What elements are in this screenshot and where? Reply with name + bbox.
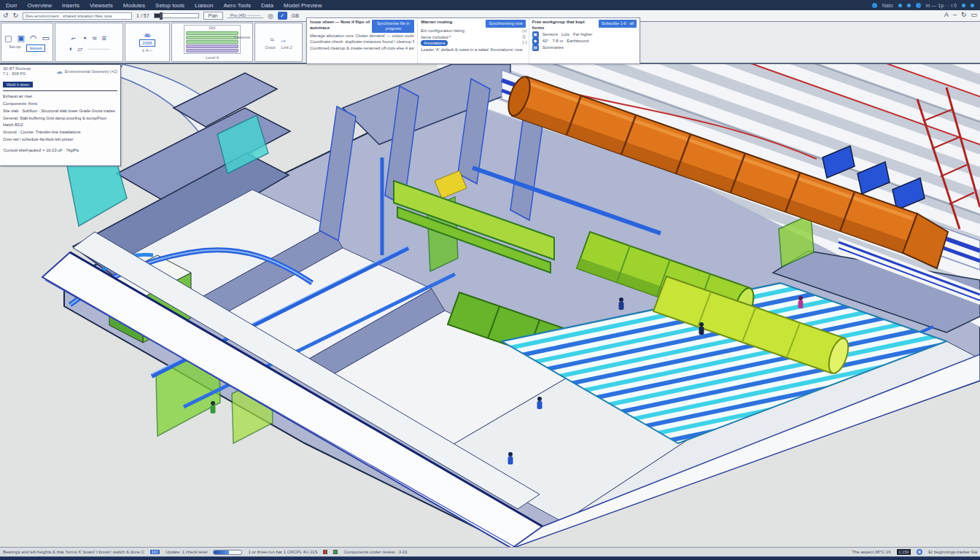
notes-tab[interactable]: Weld it down (3, 82, 33, 88)
chart-icon[interactable]: ≈ (92, 34, 96, 42)
status-end-text: Er beginnings-tracker Ga (928, 550, 977, 554)
schedule-side-label: Features (234, 35, 250, 39)
menu-aero-tools[interactable]: Aero Tools (223, 2, 251, 9)
dialog2-row[interactable]: Items included * (421, 34, 525, 41)
menu-inserts[interactable]: Inserts (62, 2, 79, 9)
clip-icon[interactable]: ◠ (30, 34, 37, 43)
cloud-status-icon[interactable] (916, 3, 921, 8)
orbit-icon[interactable]: ↻ (961, 11, 967, 18)
status-tail-text: Components under review · 3-01 (343, 550, 407, 554)
zoom-slider[interactable] (154, 13, 199, 18)
dialog3-subscribe-button[interactable]: Subscribe 1-6 · all (599, 20, 637, 28)
dialog1-row[interactable]: Coordinate check: duplicate instances fo… (310, 39, 414, 45)
record-status-icon[interactable] (323, 550, 327, 554)
share-icon[interactable] (907, 4, 911, 7)
menu-file[interactable]: Durr (6, 2, 18, 9)
sync-app-icon[interactable]: ✓ (278, 12, 287, 20)
pen-icon[interactable]: – (953, 11, 957, 18)
corner-icon[interactable]: ⌐ (71, 34, 76, 42)
ok-status-icon[interactable] (333, 550, 338, 554)
dialog3-item[interactable]: ▣ Sensors Lots Far higher (532, 31, 637, 38)
ribbon-panel-collab: ≈ → Crocs Link 2 (254, 23, 303, 62)
screen-icon[interactable]: ▢ (4, 34, 12, 43)
panel1-label-issues[interactable]: Issues (26, 44, 44, 52)
doc-status-text: Update: 1 check level (166, 550, 207, 554)
unit-label: GB (292, 13, 299, 18)
redo-icon[interactable]: ↻ (13, 12, 19, 19)
menu-liaison[interactable]: Liaison (195, 2, 213, 9)
menu-viewsets[interactable]: Viewsets (90, 2, 113, 9)
schedule-row[interactable] (186, 36, 238, 39)
taskbar-edge[interactable] (0, 556, 980, 560)
dialog2-title: Warner routing (421, 20, 452, 26)
globe-icon[interactable] (898, 4, 902, 7)
dialog1-row[interactable]: Manage allocation runs 'Clutter demand' … (310, 33, 414, 39)
cloud-sync-icon[interactable]: ≈ (270, 35, 274, 44)
record-icon[interactable]: ◎ (268, 12, 273, 20)
dialog2-sync-button[interactable]: Synchronising now (486, 20, 525, 28)
cloud-label: Environmental Geometry (×2) (65, 69, 117, 74)
flag-icon[interactable]: ◆ (532, 38, 539, 44)
flatten-icon[interactable]: ▱ (77, 45, 82, 52)
item-c1: 42° (542, 38, 549, 44)
undo-icon[interactable]: ↺ (3, 12, 9, 19)
schedule-row[interactable] (186, 44, 238, 48)
sheet-icon[interactable]: ▭ (971, 11, 977, 18)
expand-marker[interactable]: [+] (522, 28, 526, 33)
schedule-row[interactable] (186, 49, 238, 52)
note-line: Components: Aims (3, 101, 117, 108)
chat-icon[interactable]: ▣ (532, 31, 539, 38)
schedule-row[interactable] (186, 40, 238, 44)
dialog2-annotation-row[interactable]: Annotations (421, 40, 525, 47)
menu-data[interactable]: Data (261, 2, 273, 9)
schedule-footer: Level 4 (206, 55, 219, 60)
schedule-preview[interactable]: Dril (184, 25, 241, 54)
user-avatar[interactable] (872, 3, 877, 8)
tray-icon[interactable]: ▭ (42, 34, 50, 43)
menu-setup-tools[interactable]: Setup tools (155, 2, 184, 9)
notes-panel[interactable]: 3D-BT Reviews 7.1 · 808 PG ☁ Environment… (0, 64, 121, 166)
doc-icon[interactable]: ▤ (532, 44, 539, 51)
menu-overview[interactable]: Overview (28, 2, 52, 9)
ribbon-panel-draw: ⌐ ◔ ≈ ≡ ◖ ▱ ————— (55, 23, 123, 62)
display-icon[interactable]: ▣ (17, 34, 24, 43)
dialog1-title: Issue sheet — Note if flips of autotrace (310, 20, 370, 31)
plan-button[interactable]: Plan (203, 12, 223, 20)
dialog3-item[interactable]: ▤ Summaries (532, 44, 637, 51)
tag-box[interactable]: 2006 (139, 39, 155, 47)
status-left-text: Bearings and left-heights & that 'forms … (3, 550, 144, 554)
query-marker[interactable]: Q (522, 34, 526, 39)
circle-tool-icon[interactable]: ◔ (82, 33, 88, 44)
note-line: Site slab · Subfloor · Structural slab l… (3, 108, 117, 115)
file-path-field[interactable]: Dev-environment · shared situation files… (23, 12, 132, 20)
model-viewport[interactable]: 3D cutaway MEP coordination model (0, 64, 980, 547)
print-icon[interactable] (962, 4, 965, 7)
tag-label[interactable]: 4b (144, 33, 150, 38)
doc-badge-icon[interactable]: DO (150, 550, 160, 554)
status-mid-text: 1 or three-run bar 1 CRCPL 4U-11S (248, 550, 317, 554)
zoom-value[interactable]: 1:150 (897, 549, 911, 555)
dialog2-row[interactable]: Ein configuration listing (421, 28, 525, 34)
dialog2-row[interactable]: Leader 'A' default & notes in a salad 'A… (421, 47, 525, 53)
annotations-chip[interactable]: Annotations (421, 40, 448, 46)
menu-model-preview[interactable]: Model Preview (284, 2, 322, 9)
item-c1: Sensors (542, 31, 558, 38)
item-c2: Lots (561, 31, 569, 38)
dialog3-item[interactable]: ◆ 42° 7-8 m Earthbound (532, 38, 637, 44)
collapse-marker[interactable]: [–] (522, 40, 526, 44)
view-tools: A – ↻ ▭ (944, 11, 977, 18)
range-selector[interactable]: Pro (45) ——— (228, 13, 263, 18)
target-icon[interactable] (917, 549, 922, 555)
viewport-canvas[interactable]: 3D cutaway MEP coordination model (0, 64, 980, 547)
panel-toggle-icon[interactable] (971, 4, 974, 7)
dialog1-row[interactable]: Combined cleanup & create-renamed off-cu… (310, 45, 414, 52)
lines-icon[interactable]: ≡ (101, 34, 106, 42)
arc-icon[interactable]: ◖ (69, 45, 72, 52)
schedule-title: Dril (184, 26, 240, 31)
panel2-rule: ————— (88, 47, 109, 51)
menu-modules[interactable]: Modules (123, 2, 145, 9)
dialog1-sync-button[interactable]: Synchronise file in progress (372, 20, 414, 33)
schedule-row[interactable] (186, 31, 238, 35)
text-style-icon[interactable]: A (944, 11, 949, 18)
export-person-icon[interactable]: → (279, 35, 287, 44)
